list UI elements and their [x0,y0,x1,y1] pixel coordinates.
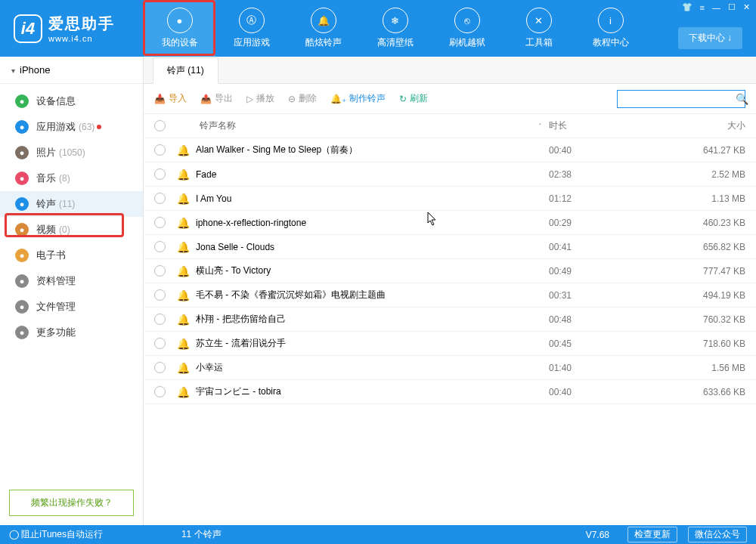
app-header: i4 爱思助手 www.i4.cn ●我的设备Ⓐ应用游戏🔔酷炫铃声❄高清壁纸⎋刷… [0,0,756,57]
menu-icon[interactable]: ≡ [700,3,705,12]
help-icon: i [598,8,624,33]
topnav-device[interactable]: ●我的设备 [144,0,215,57]
refresh-button[interactable]: ↻ 刷新 [399,92,428,105]
itunes-toggle[interactable]: ◯ 阻止iTunes自动运行 [9,528,103,541]
table-row[interactable]: 🔔小幸运01:401.56 MB [144,356,756,380]
sidebar-item-apps[interactable]: ●应用游戏(63) [0,114,143,140]
table-row[interactable]: 🔔横山亮 - To Victory00:49777.47 KB [144,259,756,283]
notification-dot [97,125,101,129]
sidebar-item-music[interactable]: ●音乐(8) [0,165,143,191]
maximize-icon[interactable]: ☐ [728,2,736,12]
sidebar-item-book[interactable]: ●电子书 [0,243,143,268]
tab-ringtones[interactable]: 铃声 (11) [153,57,218,84]
row-select-radio[interactable] [154,168,166,180]
col-name[interactable]: 铃声名称 ˆ [177,119,549,132]
bell-icon: 🔔 [177,241,190,253]
table-row[interactable]: 🔔I Am You01:121.13 MB [144,187,756,211]
help-link[interactable]: 频繁出现操作失败？ [9,490,134,516]
row-select-radio[interactable] [154,241,166,252]
tools-icon: ✕ [526,8,552,33]
sidebar-item-info[interactable]: ●设备信息 [0,88,143,114]
apps-icon: Ⓐ [239,8,265,33]
wechat-button[interactable]: 微信公众号 [688,527,747,542]
top-nav: ●我的设备Ⓐ应用游戏🔔酷炫铃声❄高清壁纸⎋刷机越狱✕工具箱i教程中心 [144,0,646,57]
sidebar: iPhone ●设备信息●应用游戏(63)●照片(1050)●音乐(8)●铃声(… [0,57,144,525]
table-row[interactable]: 🔔朴翔 - 把悲伤留给自己00:48760.32 KB [144,308,756,332]
export-button[interactable]: 📤 导出 [200,92,233,105]
bell-icon: 🔔 [177,168,190,181]
row-select-radio[interactable] [154,289,166,301]
search-input[interactable] [622,94,736,104]
sidebar-item-file[interactable]: ●文件管理 [0,294,143,320]
close-icon[interactable]: ✕ [743,2,750,12]
search-box[interactable]: 🔍 [617,90,745,108]
toolbar: 📥 导入 📤 导出 ▷ 播放 ⊖ 删除 🔔₊ 制作铃声 ↻ 刷新 🔍 [144,84,756,114]
table-row[interactable]: 🔔苏立生 - 流着泪说分手00:45718.60 KB [144,332,756,356]
delete-button[interactable]: ⊖ 删除 [288,92,317,105]
sidebar-item-video[interactable]: ●视频(0) [0,217,143,243]
download-center-button[interactable]: 下载中心 ↓ [678,27,742,49]
row-select-radio[interactable] [154,193,166,204]
row-select-radio[interactable] [154,362,166,373]
topnav-flash[interactable]: ⎋刷机越狱 [431,0,503,57]
row-select-radio[interactable] [154,265,166,277]
sidebar-item-data[interactable]: ●资料管理 [0,268,143,294]
file-icon: ● [15,300,29,314]
row-select-radio[interactable] [154,338,166,349]
row-select-radio[interactable] [154,386,166,397]
window-controls: 👕 ≡ — ☐ ✕ [682,2,750,12]
main-panel: 铃声 (11) 📥 导入 📤 导出 ▷ 播放 ⊖ 删除 🔔₊ 制作铃声 ↻ 刷新… [144,57,756,525]
topnav-tools[interactable]: ✕工具箱 [503,0,575,57]
wall-icon: ❄ [383,8,408,33]
row-select-radio[interactable] [154,144,166,156]
bell-icon: 🔔 [177,314,190,326]
sidebar-item-more[interactable]: ●更多功能 [0,320,143,345]
check-update-button[interactable]: 检查更新 [627,527,677,542]
sidebar-item-photo[interactable]: ●照片(1050) [0,140,143,165]
col-duration[interactable]: 时长 [549,119,662,132]
app-url: www.i4.cn [48,34,115,43]
topnav-ring[interactable]: 🔔酷炫铃声 [287,0,359,57]
play-button[interactable]: ▷ 播放 [246,92,274,105]
video-icon: ● [15,223,29,236]
logo: i4 爱思助手 www.i4.cn [0,14,144,43]
shirt-icon[interactable]: 👕 [682,2,692,12]
bell-icon: 🔔 [177,193,190,205]
bell-icon: 🔔 [177,289,190,301]
table-row[interactable]: 🔔宇宙コンビニ - tobira00:40633.66 KB [144,380,756,404]
book-icon: ● [15,249,29,262]
table-row[interactable]: 🔔iphone-x-reflection-ringtone00:29460.23… [144,211,756,235]
topnav-help[interactable]: i教程中心 [575,0,646,57]
row-select-radio[interactable] [154,314,166,325]
list-header: 铃声名称 ˆ 时长 大小 [144,114,756,138]
status-bar: ◯ 阻止iTunes自动运行 11 个铃声 V7.68 检查更新 微信公众号 [0,525,756,544]
search-icon[interactable]: 🔍 [736,93,748,105]
rington-icon: ● [15,197,29,211]
sidebar-item-rington[interactable]: ●铃声(11) [0,191,143,217]
table-row[interactable]: 🔔Jona Selle - Clouds00:41656.82 KB [144,235,756,259]
sort-caret-icon: ˆ [539,122,541,130]
logo-icon: i4 [14,14,42,43]
import-button[interactable]: 📥 导入 [154,92,187,105]
minimize-icon[interactable]: — [712,3,720,12]
info-icon: ● [15,94,29,108]
table-row[interactable]: 🔔Fade02:382.52 MB [144,162,756,187]
bell-icon: 🔔 [177,217,190,229]
version-label: V7.68 [586,530,609,540]
bell-icon: 🔔 [177,338,190,350]
row-select-radio[interactable] [154,217,166,228]
table-row[interactable]: 🔔毛不易 - 不染《香蜜沉沉烬如霜》电视剧主题曲00:31494.19 KB [144,283,756,308]
ring-icon: 🔔 [311,8,336,33]
topnav-wall[interactable]: ❄高清壁纸 [359,0,431,57]
app-name: 爱思助手 [48,14,115,34]
bell-icon: 🔔 [177,362,190,374]
device-selector[interactable]: iPhone [0,57,143,84]
col-size[interactable]: 大小 [662,119,745,132]
data-icon: ● [15,274,29,288]
select-all-radio[interactable] [154,120,166,131]
tab-bar: 铃声 (11) [144,57,756,84]
topnav-apps[interactable]: Ⓐ应用游戏 [215,0,287,57]
status-count: 11 个铃声 [181,528,222,541]
table-row[interactable]: 🔔Alan Walker - Sing Me to Sleep（前奏）00:40… [144,138,756,162]
make-ringtone-button[interactable]: 🔔₊ 制作铃声 [330,92,386,105]
